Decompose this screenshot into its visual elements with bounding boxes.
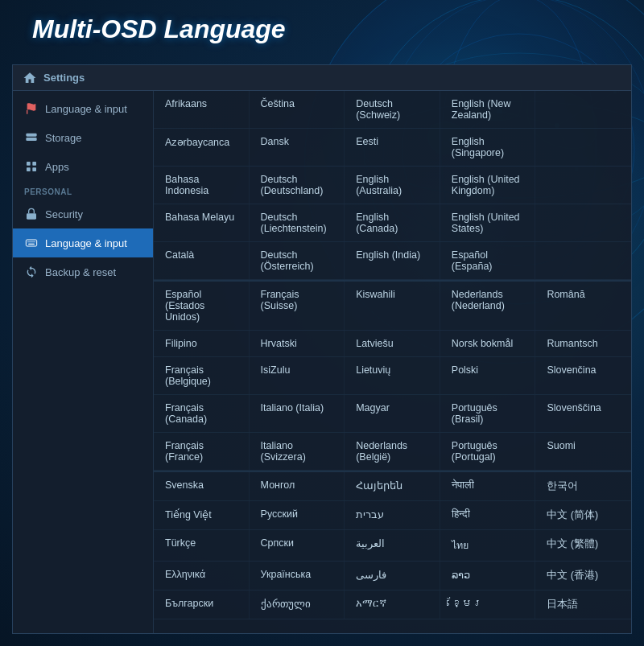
lang-cell[interactable]: Русский bbox=[250, 501, 345, 529]
lang-cell[interactable]: Español (España) bbox=[440, 242, 536, 279]
lang-cell[interactable]: Rumantsch bbox=[535, 331, 631, 356]
lang-cell[interactable] bbox=[535, 167, 631, 204]
lang-cell[interactable]: English (United States) bbox=[440, 204, 536, 241]
lang-cell[interactable]: Deutsch (Schweiz) bbox=[345, 91, 440, 128]
lang-row: Tiếng ViệtРусскийעבריתहिन्दी中文 (简体) bbox=[154, 501, 631, 530]
lang-cell[interactable]: ខ្មែរ bbox=[440, 590, 536, 619]
lang-cell[interactable]: Tiếng Việt bbox=[154, 501, 250, 529]
sidebar-item-storage[interactable]: Storage bbox=[13, 123, 153, 152]
lang-cell[interactable]: ລາວ bbox=[440, 562, 536, 590]
lang-cell[interactable]: Slovenščina bbox=[535, 395, 631, 432]
lang-cell[interactable]: ไทย bbox=[440, 530, 536, 561]
lang-cell[interactable]: Lietuvių bbox=[345, 357, 440, 394]
lang-cell[interactable]: Српски bbox=[250, 530, 345, 561]
lang-cell[interactable]: አማርኛ bbox=[345, 590, 440, 619]
lang-cell[interactable]: IsiZulu bbox=[250, 357, 345, 394]
sidebar: Language & input Storage Apps PERS bbox=[13, 91, 154, 633]
sidebar-item-language-input[interactable]: Language & input bbox=[13, 228, 153, 257]
lang-cell[interactable]: Nederlands (Nederland) bbox=[440, 282, 536, 330]
lang-cell[interactable]: Norsk bokmål bbox=[440, 331, 536, 356]
lang-cell[interactable]: Français (Suisse) bbox=[250, 282, 345, 330]
lang-cell[interactable]: Eesti bbox=[345, 129, 440, 166]
lang-cell[interactable]: Հայերեն bbox=[345, 472, 440, 500]
language-grid[interactable]: AfrikaansČeštinaDeutsch (Schweiz)English… bbox=[154, 91, 631, 633]
personal-section-label: PERSONAL bbox=[13, 181, 153, 200]
content-area: Language & input Storage Apps PERS bbox=[13, 91, 631, 633]
lang-cell[interactable]: Dansk bbox=[250, 129, 345, 166]
lang-cell[interactable]: English (Singapore) bbox=[440, 129, 536, 166]
lang-cell[interactable]: Suomi bbox=[535, 433, 631, 470]
lang-cell[interactable]: Română bbox=[535, 282, 631, 330]
home-icon bbox=[23, 71, 37, 85]
lang-cell[interactable]: Slovenčina bbox=[535, 357, 631, 394]
lang-cell[interactable] bbox=[535, 204, 631, 241]
lang-cell[interactable]: 日本語 bbox=[535, 590, 631, 619]
lang-row: Bahasa MelayuDeutsch (Liechtenstein)Engl… bbox=[154, 204, 631, 242]
lang-cell[interactable]: Latviešu bbox=[345, 331, 440, 356]
lang-cell[interactable] bbox=[535, 242, 631, 279]
lang-cell[interactable]: Filipino bbox=[154, 331, 250, 356]
lang-cell[interactable]: Ελληνικά bbox=[154, 562, 250, 590]
lang-row: FilipinoHrvatskiLatviešuNorsk bokmålRuma… bbox=[154, 331, 631, 357]
window-header: Settings bbox=[13, 65, 631, 91]
lang-cell[interactable]: 中文 (繁體) bbox=[535, 530, 631, 561]
lang-cell[interactable]: Deutsch (Österreich) bbox=[250, 242, 345, 279]
apps-icon bbox=[24, 159, 39, 174]
lang-cell[interactable]: Bahasa Indonesia bbox=[154, 167, 250, 204]
lang-cell[interactable]: English (Canada) bbox=[345, 204, 440, 241]
lang-cell[interactable]: فارسی bbox=[345, 562, 440, 590]
lang-cell[interactable]: Afrikaans bbox=[154, 91, 250, 128]
lang-cell[interactable]: עברית bbox=[345, 501, 440, 529]
lang-cell[interactable]: Türkçe bbox=[154, 530, 250, 561]
lang-cell[interactable]: Magyar bbox=[345, 395, 440, 432]
sidebar-label-language-input-top: Language & input bbox=[45, 103, 127, 115]
lang-cell[interactable]: 中文 (简体) bbox=[535, 501, 631, 529]
sidebar-item-apps[interactable]: Apps bbox=[13, 152, 153, 181]
lang-cell[interactable]: Español (Estados Unidos) bbox=[154, 282, 250, 330]
lang-row: Español (Estados Unidos)Français (Suisse… bbox=[154, 280, 631, 331]
lang-cell[interactable]: 한국어 bbox=[535, 472, 631, 500]
lang-cell[interactable]: Azərbaycanca bbox=[154, 129, 250, 166]
lang-cell[interactable]: Português (Brasil) bbox=[440, 395, 536, 432]
lang-cell[interactable]: Deutsch (Deutschland) bbox=[250, 167, 345, 204]
lang-cell[interactable]: Bahasa Melayu bbox=[154, 204, 250, 241]
lang-cell[interactable]: Italiano (Italia) bbox=[250, 395, 345, 432]
lang-row: CatalàDeutsch (Österreich)English (India… bbox=[154, 242, 631, 280]
keyboard-icon bbox=[24, 236, 39, 250]
lang-cell[interactable]: Polski bbox=[440, 357, 536, 394]
lang-cell[interactable]: Монгол bbox=[250, 472, 345, 500]
window-title: Settings bbox=[43, 72, 85, 84]
lang-cell[interactable]: English (New Zealand) bbox=[440, 91, 536, 128]
lang-cell[interactable]: हिन्दी bbox=[440, 501, 536, 529]
lang-cell[interactable]: Українська bbox=[250, 562, 345, 590]
lang-cell[interactable]: Kiswahili bbox=[345, 282, 440, 330]
svg-rect-18 bbox=[27, 167, 31, 171]
lang-cell[interactable]: Nederlands (België) bbox=[345, 433, 440, 470]
lang-cell[interactable]: नेपाली bbox=[440, 472, 536, 500]
lang-cell[interactable]: English (United Kingdom) bbox=[440, 167, 536, 204]
sidebar-item-backup-reset[interactable]: Backup & reset bbox=[13, 257, 153, 286]
lang-cell[interactable]: Português (Portugal) bbox=[440, 433, 536, 470]
lang-cell[interactable]: Svenska bbox=[154, 472, 250, 500]
lang-cell[interactable]: Français (Canada) bbox=[154, 395, 250, 432]
lang-cell[interactable] bbox=[535, 91, 631, 128]
lang-row: Français (France)Italiano (Svizzera)Nede… bbox=[154, 433, 631, 471]
lang-cell[interactable]: Italiano (Svizzera) bbox=[250, 433, 345, 470]
lang-cell[interactable]: 中文 (香港) bbox=[535, 562, 631, 590]
lang-cell[interactable]: Català bbox=[154, 242, 250, 279]
lang-cell[interactable]: English (India) bbox=[345, 242, 440, 279]
page-title: Multi-OSD Language bbox=[32, 14, 286, 44]
lang-cell[interactable]: English (Australia) bbox=[345, 167, 440, 204]
lang-cell[interactable]: Čeština bbox=[250, 91, 345, 128]
lang-cell[interactable]: العربية bbox=[345, 530, 440, 561]
lang-cell[interactable]: ქართული bbox=[250, 590, 345, 619]
lang-cell[interactable]: Български bbox=[154, 590, 250, 619]
sidebar-label-storage: Storage bbox=[45, 132, 82, 144]
lang-cell[interactable]: Hrvatski bbox=[250, 331, 345, 356]
sidebar-item-language-input-top[interactable]: Language & input bbox=[13, 94, 153, 123]
lang-cell[interactable]: Deutsch (Liechtenstein) bbox=[250, 204, 345, 241]
lang-cell[interactable] bbox=[535, 129, 631, 166]
lang-cell[interactable]: Français (Belgique) bbox=[154, 357, 250, 394]
sidebar-item-security[interactable]: Security bbox=[13, 200, 153, 228]
lang-cell[interactable]: Français (France) bbox=[154, 433, 250, 470]
